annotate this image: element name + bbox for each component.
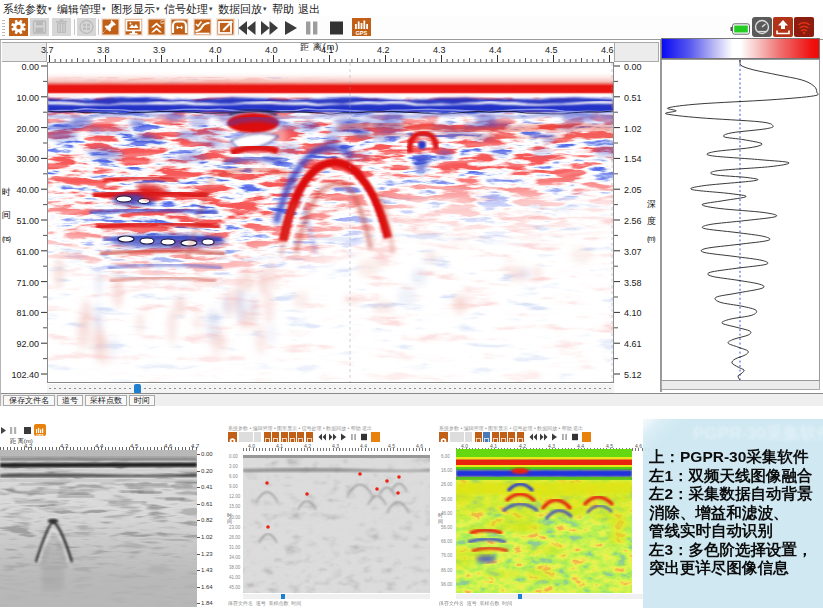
svg-text:GPS: GPS xyxy=(355,30,367,36)
svg-text:G: G xyxy=(160,19,164,25)
svg-text:GPS: GPS xyxy=(36,434,44,438)
